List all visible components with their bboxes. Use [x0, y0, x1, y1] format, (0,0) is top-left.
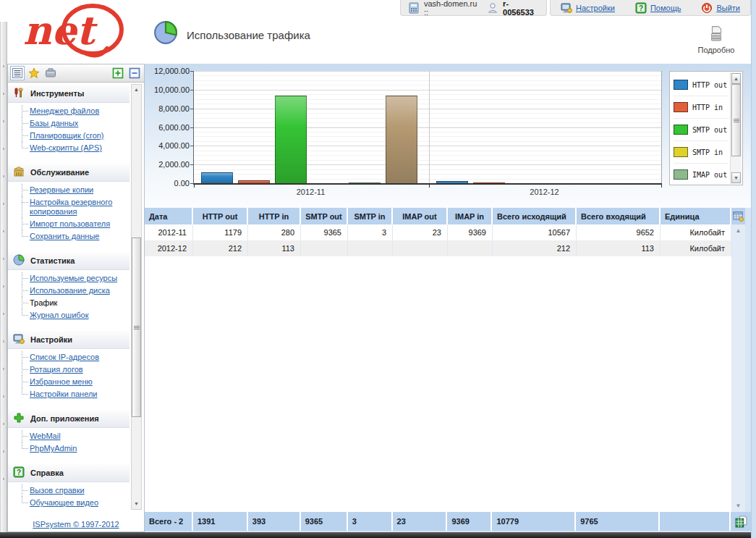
sidebar-item[interactable]: Избранное меню	[8, 376, 129, 388]
legend-swatch	[674, 147, 688, 157]
sidebar-item[interactable]: Использование диска	[8, 285, 129, 297]
sidebar-section-header[interactable]: Статистика	[8, 252, 129, 270]
sidebar-item-label[interactable]: Использование диска	[30, 286, 110, 295]
sidebar-item-label[interactable]: Резервные копии	[30, 185, 93, 194]
table-row[interactable]: 2012-12212113212113Килобайт	[145, 240, 731, 256]
sidebar-item[interactable]: Настройка резервного копирования	[8, 196, 129, 218]
sidebar-item[interactable]: Web-скрипты (APS)	[8, 142, 129, 154]
table-cell: 212	[493, 240, 577, 256]
session-link[interactable]: Выйти	[701, 2, 740, 14]
scroll-up-icon[interactable]: ▲	[731, 73, 741, 84]
sidebar-item[interactable]: Трафик	[8, 297, 129, 309]
sidebar-scrollbar[interactable]: ▲ ▼	[131, 84, 142, 510]
column-header[interactable]: SMTP in	[348, 208, 393, 224]
legend-scrollbar[interactable]: ▲ ▼	[730, 72, 742, 184]
sidebar-section-header[interactable]: Обслуживание	[8, 164, 129, 182]
briefcase-icon[interactable]	[43, 66, 58, 80]
totals-cell: 9365	[301, 512, 348, 531]
excel-export-icon[interactable]	[731, 512, 751, 531]
collapse-all-icon[interactable]	[127, 66, 142, 80]
totals-cell: 1391	[193, 512, 248, 531]
column-header[interactable]: HTTP out	[193, 208, 248, 224]
sidebar-item[interactable]: Импорт пользователя	[8, 218, 129, 230]
sidebar-item-label[interactable]: Web-скрипты (APS)	[30, 143, 102, 152]
table-cell: 1179	[193, 224, 248, 240]
sidebar-section-header[interactable]: Доп. приложения	[8, 410, 129, 428]
column-header[interactable]: Всего исходящий	[493, 208, 577, 224]
chart-plot	[193, 71, 662, 185]
x-axis-label: 2012-11	[297, 188, 326, 196]
sidebar-item[interactable]: WebMail	[8, 430, 129, 442]
sidebar-item-label[interactable]: Обучающее видео	[30, 498, 98, 507]
sidebar-item[interactable]: Используемые ресурсы	[8, 272, 129, 285]
column-header[interactable]: SMTP out	[301, 208, 348, 224]
sidebar-item-label[interactable]: Используемые ресурсы	[30, 274, 117, 282]
table-row[interactable]: 2012-11117928093653239369105679652Килоба…	[145, 224, 731, 240]
sidebar-item-label[interactable]: Избранное меню	[30, 377, 93, 386]
sidebar-item[interactable]: Настройки панели	[8, 388, 129, 400]
y-axis-tick	[190, 164, 193, 165]
sidebar-section-header[interactable]: Инструменты	[8, 85, 129, 103]
sidebar-item[interactable]: Вызов справки	[8, 484, 129, 497]
sidebar-item-label[interactable]: Сохранить данные	[30, 232, 99, 240]
tools-icon	[13, 87, 25, 100]
legend-items: HTTP outHTTP inSMTP outSMTP inIMAP out	[674, 74, 729, 182]
sidebar-item[interactable]: Планировщик (cron)	[8, 130, 129, 142]
sidebar-item[interactable]: Обучающее видео	[8, 497, 129, 509]
list-view-icon[interactable]	[10, 66, 25, 80]
session-link-label[interactable]: Помощь	[650, 4, 681, 12]
scroll-up-icon[interactable]: ▲	[736, 227, 742, 234]
column-header[interactable]: Единица	[661, 208, 731, 224]
sidebar-item[interactable]: Список IP-адресов	[8, 351, 129, 363]
scroll-down-icon[interactable]: ▼	[736, 503, 742, 509]
sidebar-item-label[interactable]: PhpMyAdmin	[30, 444, 77, 453]
column-header[interactable]: Всего входящий	[577, 208, 661, 224]
table-scrollbar[interactable]: ▲ ▼	[731, 224, 745, 512]
scrollbar-thumb[interactable]	[731, 84, 741, 156]
sidebar-item-label[interactable]: Менеджер файлов	[30, 106, 99, 115]
session-link-label[interactable]: Выйти	[716, 4, 740, 12]
sidebar-item[interactable]: Менеджер файлов	[8, 105, 129, 117]
column-header[interactable]: Дата	[145, 208, 193, 224]
sidebar-item-label[interactable]: Настройки панели	[30, 390, 97, 398]
expand-all-icon[interactable]	[111, 66, 125, 80]
sidebar-item[interactable]: PhpMyAdmin	[8, 442, 129, 455]
scrollbar-thumb[interactable]	[132, 238, 141, 417]
session-link[interactable]: ?Помощь	[635, 2, 681, 14]
scroll-down-icon[interactable]: ▼	[731, 172, 741, 183]
logout-power-icon	[701, 2, 713, 14]
sidebar-item-label[interactable]: Ротация логов	[30, 365, 83, 374]
sidebar-item-label[interactable]: Планировщик (cron)	[30, 131, 104, 140]
detail-button[interactable]: Подробно	[687, 22, 745, 58]
panel-resize-strip[interactable]	[0, 22, 7, 532]
sidebar-item-label[interactable]: Настройка резервного копирования	[30, 198, 112, 216]
y-axis-tick	[190, 71, 193, 72]
sidebar-item-label[interactable]: Список IP-адресов	[30, 353, 99, 361]
column-header[interactable]: IMAP in	[448, 208, 493, 224]
favorites-star-icon[interactable]	[27, 66, 41, 80]
table-cell	[348, 240, 393, 256]
sidebar-item[interactable]: Журнал ошибок	[8, 309, 129, 321]
sidebar-item-label[interactable]: Импорт пользователя	[30, 219, 110, 228]
sidebar-item-label[interactable]: WebMail	[30, 432, 61, 440]
session-link[interactable]: Настройки	[561, 2, 615, 14]
sidebar-item[interactable]: Сохранить данные	[8, 230, 129, 243]
sidebar-section-header[interactable]: Настройки	[8, 331, 129, 349]
sidebar-item[interactable]: Ротация логов	[8, 363, 129, 376]
table-cell	[448, 240, 493, 256]
column-header[interactable]: IMAP out	[393, 208, 448, 224]
column-header[interactable]: HTTP in	[248, 208, 301, 224]
scroll-down-icon[interactable]: ▼	[132, 500, 141, 508]
sidebar-section-header[interactable]: ?Справка	[8, 464, 129, 482]
session-link-label[interactable]: Настройки	[576, 4, 615, 12]
scroll-up-icon[interactable]: ▲	[132, 85, 141, 94]
table-settings-icon[interactable]	[731, 208, 745, 224]
sidebar-item-label[interactable]: Трафик	[30, 298, 57, 307]
sidebar-item-label[interactable]: Журнал ошибок	[30, 311, 89, 319]
sidebar-item[interactable]: Резервные копии	[8, 184, 129, 196]
sidebar-item-label[interactable]: Базы данных	[30, 119, 78, 127]
sidebar-item-label[interactable]: Вызов справки	[30, 486, 85, 495]
main-content: HTTP outHTTP inSMTP outSMTP inIMAP out ▲…	[145, 64, 751, 532]
ispsystem-link[interactable]: ISPsystem © 1997-2012	[33, 520, 119, 529]
sidebar-item[interactable]: Базы данных	[8, 117, 129, 130]
